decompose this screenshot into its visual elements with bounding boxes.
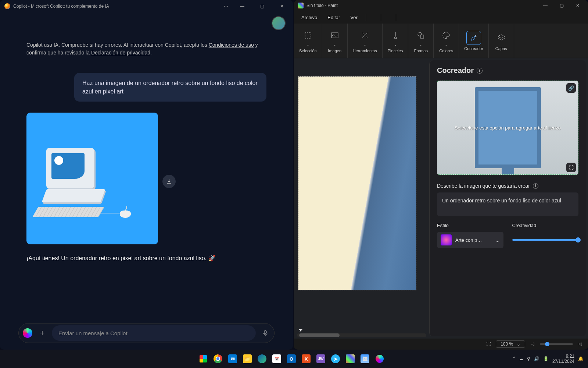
menu-view[interactable]: Ver	[346, 13, 362, 22]
cocreator-heading: Cocreador i	[437, 66, 578, 75]
mic-icon	[262, 330, 269, 336]
ribbon-image[interactable]: ▾ Imagen	[322, 24, 348, 58]
system-tray: ˄ ☁ ⚲ 🔊 🔋 9:21 27/11/2024 🔔	[513, 354, 588, 364]
generated-image[interactable]	[26, 113, 158, 244]
cursor-indicator-icon: ➤	[298, 326, 304, 333]
download-button[interactable]	[162, 175, 176, 188]
ribbon-colors[interactable]: ▾ Colores	[434, 24, 459, 58]
taskbar-app-jw[interactable]: JW	[314, 352, 327, 365]
taskbar-paint[interactable]	[344, 352, 357, 365]
zoom-out-button[interactable]: −⃝	[530, 342, 534, 347]
more-icon[interactable]: ⋯	[219, 4, 233, 9]
ribbon-cocreator[interactable]: Cocreador	[459, 24, 488, 58]
undo-icon[interactable]	[400, 14, 407, 21]
fit-screen-icon[interactable]: ⛶	[486, 342, 491, 347]
menubar: Archivo Editar Ver	[294, 11, 588, 24]
paint-statusbar: ⛶ 100 % ⌄ −⃝ +⃝	[294, 339, 588, 350]
window-title: Copilot - Microsoft Copilot: tu compleme…	[13, 4, 216, 9]
share-icon[interactable]	[385, 14, 392, 21]
paint-window-title: Sin título - Paint	[306, 3, 338, 8]
paint-window: Sin título - Paint — ▢ ✕ Archivo Editar …	[294, 0, 588, 350]
disclaimer-pre: Copilot usa IA. Compruebe si hay errores…	[26, 42, 209, 48]
zoom-select[interactable]: 100 % ⌄	[496, 340, 525, 348]
svg-point-4	[418, 32, 422, 36]
clock[interactable]: 9:21 27/11/2024	[552, 354, 574, 364]
cocreator-title: Cocreador	[437, 66, 474, 75]
style-thumbnail-icon	[441, 234, 452, 245]
svg-rect-0	[264, 330, 266, 334]
expand-icon[interactable]: ⛶	[566, 163, 576, 172]
close-button[interactable]: ✕	[275, 1, 288, 11]
message-input[interactable]: Enviar un mensaje a Copilot	[52, 325, 256, 341]
wifi-icon[interactable]: ⚲	[527, 356, 530, 361]
preview-hint: Seleccione esta opción para agregar arte…	[444, 125, 572, 131]
maximize-button[interactable]: ▢	[255, 1, 269, 11]
privacy-link[interactable]: Declaración de privacidad	[91, 50, 150, 56]
cocreator-preview[interactable]: Seleccione esta opción para agregar arte…	[437, 81, 578, 175]
copilot-logo-icon[interactable]	[22, 328, 33, 338]
menu-edit[interactable]: Editar	[323, 13, 344, 22]
ribbon-layers[interactable]: Capas	[489, 24, 514, 58]
redo-icon	[409, 14, 416, 21]
settings-icon[interactable]	[578, 14, 585, 21]
user-message-bubble: Haz una imagen de un ordenador retro sob…	[74, 73, 266, 102]
ribbon-tools[interactable]: ▾ Herramientas	[348, 24, 383, 58]
ribbon-brushes[interactable]: ▾ Pinceles	[383, 24, 409, 58]
link-icon[interactable]: 🔗	[566, 83, 576, 93]
taskbar-chrome[interactable]	[211, 352, 225, 365]
canvas[interactable]	[298, 77, 416, 290]
taskbar-calendar[interactable]: 📅	[270, 352, 283, 365]
taskbar-app-x[interactable]: X	[300, 352, 313, 365]
canvas-area: ➤	[294, 58, 429, 339]
onedrive-icon[interactable]: ☁	[519, 356, 523, 361]
account-icon[interactable]	[569, 14, 576, 21]
copilot-window: Copilot - Microsoft Copilot: tu compleme…	[0, 0, 293, 350]
style-label: Estilo	[437, 223, 503, 228]
maximize-button[interactable]: ▢	[555, 0, 568, 11]
volume-icon[interactable]: 🔊	[534, 356, 539, 361]
taskbar-telegram[interactable]: ➤	[329, 352, 342, 365]
message-input-bar: + Enviar un mensaje a Copilot	[18, 323, 275, 343]
paint-app-icon	[298, 3, 304, 8]
time-text: 9:21	[552, 354, 574, 359]
notifications-icon[interactable]: 🔔	[578, 356, 584, 361]
taskbar-explorer[interactable]: 📁	[241, 352, 254, 365]
describe-label: Describe la imagen que te gustaría crear…	[437, 183, 578, 189]
ribbon-shapes[interactable]: ▾ Formas	[408, 24, 434, 58]
add-attachment-button[interactable]: +	[37, 328, 47, 338]
retro-computer-illustration	[46, 148, 131, 218]
menu-file[interactable]: Archivo	[297, 13, 322, 22]
battery-icon[interactable]: 🔋	[543, 356, 549, 361]
ribbon-selection[interactable]: ▾ Selección	[294, 24, 322, 58]
zoom-in-button[interactable]: +⃝	[578, 342, 582, 347]
chevron-down-icon: ⌄	[495, 237, 500, 244]
minimize-button[interactable]: —	[236, 1, 249, 11]
taskbar-edge[interactable]	[255, 352, 269, 365]
zoom-slider[interactable]	[540, 343, 573, 345]
horizontal-scrollbar[interactable]	[297, 333, 426, 337]
microphone-button[interactable]	[260, 328, 270, 338]
start-button[interactable]	[197, 352, 210, 365]
taskbar: ✉ 📁 📅 O X JW ➤ 🖼 ˄ ☁ ⚲ 🔊 🔋 9:21 27/11/20…	[0, 350, 588, 368]
taskbar-copilot[interactable]	[373, 352, 386, 365]
save-icon[interactable]	[370, 14, 377, 21]
copilot-titlebar: Copilot - Microsoft Copilot: tu compleme…	[0, 0, 293, 13]
minimize-button[interactable]: —	[539, 0, 552, 11]
close-button[interactable]: ✕	[571, 0, 584, 11]
tray-overflow-icon[interactable]: ˄	[513, 356, 515, 361]
info-icon[interactable]: i	[477, 68, 483, 74]
taskbar-mail[interactable]: ✉	[226, 352, 239, 365]
style-select[interactable]: Arte con p… ⌄	[437, 232, 503, 248]
taskbar-outlook[interactable]: O	[285, 352, 298, 365]
terms-link[interactable]: Condiciones de uso	[209, 42, 254, 48]
info-icon[interactable]: i	[533, 183, 538, 189]
chevron-down-icon: ⌄	[517, 342, 520, 347]
copilot-app-icon	[4, 3, 10, 9]
style-value: Arte con p…	[455, 237, 491, 243]
creativity-slider[interactable]	[512, 232, 579, 248]
prompt-input[interactable]: Un ordenador retro sobre un fondo liso d…	[437, 192, 578, 216]
ribbon: ▾ Selección ▾ Imagen ▾ Herramientas ▾ Pi…	[294, 24, 588, 58]
taskbar-photos[interactable]: 🖼	[358, 352, 372, 365]
disclaimer-text: Copilot usa IA. Compruebe si hay errores…	[26, 41, 266, 57]
date-text: 27/11/2024	[552, 359, 574, 364]
